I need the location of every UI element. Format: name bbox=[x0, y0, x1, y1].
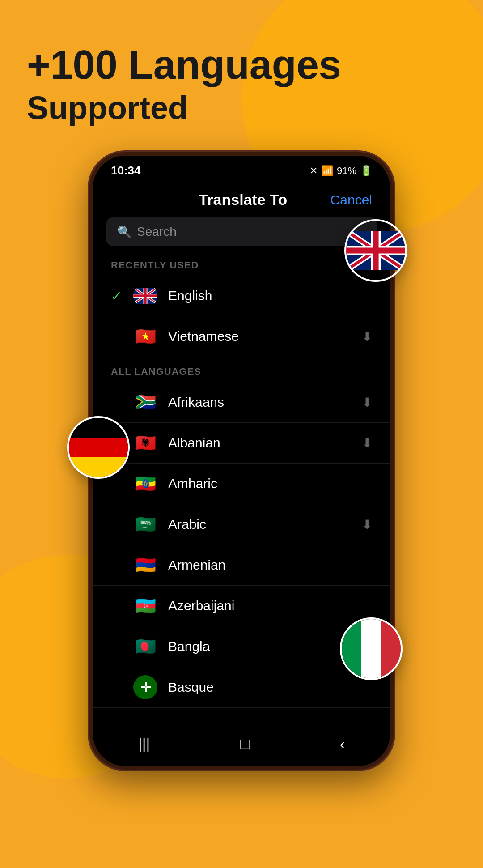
status-time: 10:34 bbox=[111, 164, 141, 178]
cancel-button[interactable]: Cancel bbox=[330, 192, 372, 208]
signal-icon: ✕ bbox=[309, 165, 318, 177]
battery-indicator: 91% bbox=[337, 165, 356, 177]
list-item[interactable]: ✛ Basque bbox=[93, 667, 390, 708]
vietnamese-flag: 🇻🇳 bbox=[133, 324, 157, 349]
english-flag bbox=[133, 284, 157, 308]
armenian-flag: 🇦🇲 bbox=[133, 553, 157, 577]
list-item[interactable]: 🇦🇲 Armenian bbox=[93, 545, 390, 586]
home-button[interactable]: □ bbox=[240, 735, 250, 753]
language-name: English bbox=[168, 288, 372, 303]
list-item[interactable]: 🇦🇿 Azerbaijani bbox=[93, 586, 390, 626]
download-icon[interactable]: ⬇ bbox=[362, 436, 372, 451]
battery-icon: 🔋 bbox=[360, 165, 372, 177]
phone-wrapper: 10:34 ✕ 📶 91% 🔋 Translate To Cancel 🔍 Se… bbox=[89, 152, 394, 770]
list-item[interactable]: 🇦🇱 Albanian ⬇ bbox=[93, 423, 390, 464]
list-item[interactable]: 🇿🇦 Afrikaans ⬇ bbox=[93, 382, 390, 423]
list-item[interactable]: 🇸🇦 Arabic ⬇ bbox=[93, 504, 390, 545]
phone-side-button bbox=[392, 335, 394, 370]
basque-flag: ✛ bbox=[133, 675, 157, 699]
albanian-flag: 🇦🇱 bbox=[133, 431, 157, 455]
navigation-bar: ||| □ ‹ bbox=[93, 726, 390, 766]
floating-germany-flag bbox=[67, 416, 130, 479]
de-flag bbox=[69, 418, 128, 477]
checkmark-icon: ✓ bbox=[111, 288, 124, 304]
search-icon: 🔍 bbox=[117, 225, 131, 239]
screen-title: Translate To bbox=[156, 191, 330, 208]
bangla-flag: 🇧🇩 bbox=[133, 634, 157, 659]
language-name: Vietnamese bbox=[168, 329, 362, 344]
language-name: Afrikaans bbox=[168, 395, 362, 410]
network-icon: 📶 bbox=[321, 165, 333, 177]
download-icon[interactable]: ⬇ bbox=[362, 517, 372, 532]
language-name: Azerbaijani bbox=[168, 598, 372, 613]
afrikaans-flag: 🇿🇦 bbox=[133, 390, 157, 414]
language-name: Arabic bbox=[168, 517, 362, 532]
language-name: Armenian bbox=[168, 557, 372, 573]
list-item[interactable]: 🇪🇹 Amharic bbox=[93, 464, 390, 504]
header-line2: Supported bbox=[27, 89, 341, 126]
search-bar[interactable]: 🔍 Search bbox=[106, 217, 377, 246]
back-button[interactable]: ‹ bbox=[340, 735, 345, 753]
it-red-stripe bbox=[381, 619, 401, 678]
search-input[interactable]: Search bbox=[137, 225, 177, 239]
floating-italy-flag bbox=[340, 617, 402, 680]
it-white-stripe bbox=[361, 619, 381, 678]
header-section: +100 Languages Supported bbox=[27, 45, 341, 126]
menu-button[interactable]: ||| bbox=[138, 735, 150, 753]
azerbaijani-flag: 🇦🇿 bbox=[133, 594, 157, 618]
language-name: Basque bbox=[168, 680, 372, 695]
it-flag bbox=[342, 619, 401, 678]
download-icon[interactable]: ⬇ bbox=[362, 329, 372, 344]
list-item[interactable]: ✓ English bbox=[93, 276, 390, 316]
all-languages-label: ALL LANGUAGES bbox=[93, 357, 390, 382]
language-name: Bangla bbox=[168, 639, 362, 654]
floating-uk-flag bbox=[344, 219, 407, 282]
list-item[interactable]: 🇻🇳 Vietnamese ⬇ bbox=[93, 316, 390, 357]
phone-notch bbox=[224, 156, 259, 169]
amharic-flag: 🇪🇹 bbox=[133, 472, 157, 496]
status-icons: ✕ 📶 91% 🔋 bbox=[309, 165, 372, 177]
download-icon[interactable]: ⬇ bbox=[362, 395, 372, 410]
de-red-stripe bbox=[69, 438, 128, 457]
header-line1: +100 Languages bbox=[27, 45, 341, 85]
arabic-flag: 🇸🇦 bbox=[133, 512, 157, 536]
app-header: Translate To Cancel bbox=[93, 182, 390, 217]
language-name: Amharic bbox=[168, 476, 372, 491]
language-name: Albanian bbox=[168, 435, 362, 451]
